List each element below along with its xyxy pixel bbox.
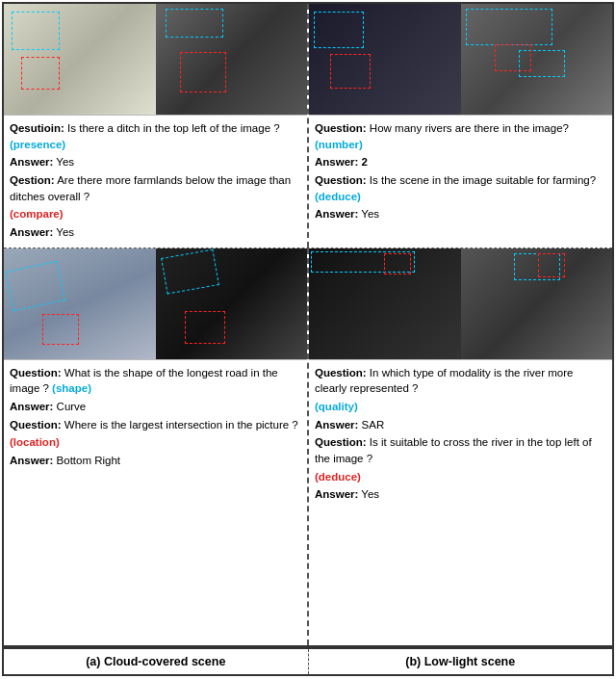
caption-left: (a) Cloud-covered scene bbox=[4, 649, 309, 674]
caption-right: (b) Low-light scene bbox=[309, 649, 613, 674]
